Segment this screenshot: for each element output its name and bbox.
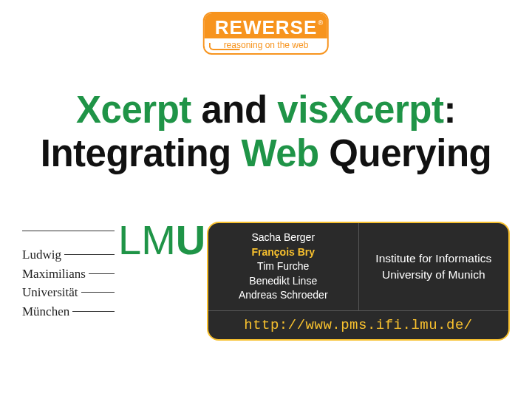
rewerse-logo-text: REWERSE: [215, 16, 317, 38]
lmu-word-0: Ludwig: [22, 245, 61, 265]
author-2: Tim Furche: [219, 259, 348, 274]
title-word-integrating: Integrating: [41, 132, 242, 174]
author-1: François Bry: [219, 245, 348, 260]
lmu-word-1: Maximilians: [22, 265, 86, 284]
authors-list: Sacha Berger François Bry Tim Furche Ben…: [208, 223, 359, 310]
lmu-word-2: Universität: [22, 283, 78, 302]
registered-mark: ®: [318, 19, 324, 27]
title-word-xcerpt: Xcerpt: [76, 89, 191, 131]
institute-line-1: Institute for Informatics: [369, 250, 499, 267]
institute-block: Institute for Informatics University of …: [359, 223, 509, 310]
info-box: Sacha Berger François Bry Tim Furche Ben…: [207, 222, 510, 341]
rewerse-logo: REWERSE ® reasoning on the web: [203, 12, 329, 55]
author-4: Andreas Schroeder: [219, 288, 348, 303]
lmu-words: Ludwig Maximilians Universität München: [22, 245, 115, 321]
lmu-word-3: München: [22, 302, 69, 321]
author-0: Sacha Berger: [219, 231, 348, 245]
title-word-visxcerpt: visXcerpt: [277, 89, 443, 131]
lmu-letters: LMU: [118, 216, 205, 264]
slide-title: Xcerpt and visXcerpt: Integrating Web Qu…: [0, 89, 532, 175]
institute-line-2: University of Munich: [369, 267, 499, 283]
title-word-and: and: [191, 89, 278, 131]
lmu-letter-m: M: [141, 216, 176, 263]
lmu-rule-top: [22, 231, 115, 231]
title-colon: :: [443, 89, 455, 131]
rewerse-tagline: reasoning on the web: [205, 38, 327, 53]
title-word-querying: Querying: [319, 132, 492, 174]
lmu-letter-l: L: [118, 216, 141, 263]
url-bar: http://www.pms.ifi.lmu.de/: [208, 310, 508, 339]
lmu-letter-u: U: [176, 216, 205, 263]
title-word-web: Web: [241, 132, 318, 174]
author-3: Benedikt Linse: [219, 274, 348, 289]
